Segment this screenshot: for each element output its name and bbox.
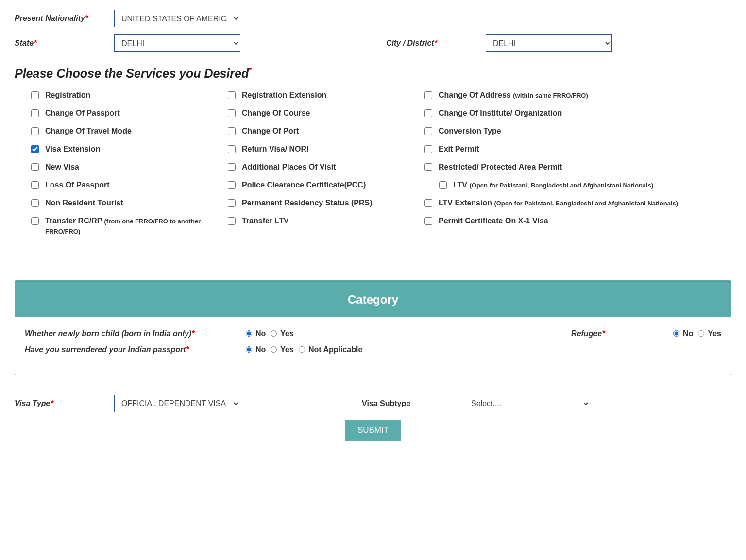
service-checkbox[interactable]: [424, 145, 432, 153]
service-label: Return Visa/ NORI: [242, 144, 309, 154]
submit-button[interactable]: SUBMIT: [345, 420, 401, 441]
city-group: City / District* DELHI: [386, 34, 612, 52]
service-item: Permit Certificate On X-1 Visa: [423, 216, 731, 237]
service-item: LTV (Open for Pakistani, Bangladeshi and…: [437, 180, 731, 190]
service-checkbox[interactable]: [31, 181, 39, 189]
service-label: Visa Extension: [45, 144, 101, 154]
service-label: Change Of Course: [242, 108, 310, 119]
service-item: Permanent Residency Status (PRS): [226, 198, 423, 208]
visa-type-label: Visa Type*: [15, 399, 114, 408]
service-label: Change Of Passport: [45, 108, 120, 119]
service-item: Restricted/ Protected Area Permit: [423, 162, 731, 172]
category-panel: Category Whether newly born child (born …: [15, 280, 731, 375]
visa-row: Visa Type* OFFICIAL DEPENDENT VISA Visa …: [15, 395, 731, 412]
city-select[interactable]: DELHI: [486, 34, 612, 52]
service-item: Return Visa/ NORI: [226, 144, 423, 154]
service-item: Police Clearance Certificate(PCC): [226, 180, 423, 190]
service-item: Non Resident Tourist: [29, 198, 226, 208]
service-item: Change Of Travel Mode: [29, 126, 226, 136]
service-item: Additional Places Of Visit: [226, 162, 423, 172]
surrendered-label: Have you surrendered your Indian passpor…: [25, 345, 246, 354]
refugee-block: Refugee* No Yes: [571, 329, 721, 338]
nationality-select[interactable]: UNITED STATES OF AMERICA: [114, 10, 240, 27]
service-checkbox[interactable]: [31, 127, 39, 135]
service-note: (from one FRRO/FRO to another FRRO/FRO): [45, 218, 201, 235]
service-checkbox[interactable]: [228, 127, 236, 135]
service-item: LTV Extension (Open for Pakistani, Bangl…: [423, 198, 731, 208]
refugee-yes-radio[interactable]: [698, 330, 704, 337]
newborn-no-radio[interactable]: [246, 330, 252, 337]
city-label: City / District*: [386, 39, 486, 48]
service-note: (Open for Pakistani, Bangladeshi and Afg…: [469, 182, 653, 189]
service-label: Exit Permit: [439, 144, 479, 154]
service-checkbox[interactable]: [424, 91, 432, 99]
service-checkbox[interactable]: [31, 91, 39, 99]
service-checkbox[interactable]: [439, 181, 447, 189]
service-label: Change Of Institute/ Organization: [439, 108, 562, 119]
service-checkbox[interactable]: [228, 181, 236, 189]
service-label: Change Of Travel Mode: [45, 126, 132, 136]
service-label: Restricted/ Protected Area Permit: [439, 162, 562, 172]
services-grid: Registration Registration Extension Chan…: [15, 90, 731, 237]
surrendered-yes-radio[interactable]: [271, 346, 277, 353]
service-checkbox[interactable]: [424, 127, 432, 135]
service-item: Loss Of Passport: [29, 180, 226, 190]
category-body: Whether newly born child (born in India …: [15, 317, 731, 375]
service-item: Registration: [29, 90, 226, 101]
service-checkbox[interactable]: [228, 217, 236, 225]
service-label: New Visa: [45, 162, 79, 172]
service-checkbox[interactable]: [424, 199, 432, 207]
service-checkbox[interactable]: [228, 145, 236, 153]
surrendered-no-radio[interactable]: [246, 346, 252, 353]
service-label: Police Clearance Certificate(PCC): [242, 180, 366, 190]
service-item: New Visa: [29, 162, 226, 172]
service-checkbox[interactable]: [424, 163, 432, 171]
service-checkbox[interactable]: [424, 217, 432, 225]
service-label: LTV Extension (Open for Pakistani, Bangl…: [439, 198, 678, 208]
newborn-options: No Yes: [246, 329, 294, 338]
newborn-row: Whether newly born child (born in India …: [25, 329, 721, 338]
service-item: Conversion Type: [423, 126, 731, 136]
refugee-options: No Yes: [673, 329, 721, 338]
visa-subtype-select[interactable]: Select....: [464, 395, 590, 412]
state-select[interactable]: DELHI: [114, 34, 240, 52]
service-checkbox[interactable]: [31, 199, 39, 207]
service-checkbox[interactable]: [228, 163, 236, 171]
service-checkbox[interactable]: [31, 145, 39, 153]
services-header: Please Choose the Services you Desired*: [15, 67, 731, 81]
service-item: Change Of Port: [226, 126, 423, 136]
service-label: Registration: [45, 90, 90, 101]
service-label: Change Of Port: [242, 126, 299, 136]
service-checkbox[interactable]: [228, 199, 236, 207]
category-header: Category: [15, 281, 731, 317]
nationality-label: Present Nationality*: [15, 14, 114, 23]
service-label: Transfer LTV: [242, 216, 289, 226]
service-item: Change Of Institute/ Organization: [423, 108, 731, 119]
service-item: Change Of Course: [226, 108, 423, 119]
service-label: Additional Places Of Visit: [242, 162, 336, 172]
service-checkbox[interactable]: [424, 109, 432, 117]
service-checkbox[interactable]: [228, 109, 236, 117]
surrendered-options: No Yes Not Applicable: [246, 345, 362, 354]
service-label: Permit Certificate On X-1 Visa: [439, 216, 548, 226]
surrendered-na-radio[interactable]: [299, 346, 305, 353]
refugee-no-radio[interactable]: [673, 330, 679, 337]
surrendered-row: Have you surrendered your Indian passpor…: [25, 345, 721, 354]
service-item: Transfer RC/RP (from one FRRO/FRO to ano…: [29, 216, 226, 237]
nationality-row: Present Nationality* UNITED STATES OF AM…: [15, 10, 731, 27]
service-item: Change Of Passport: [29, 108, 226, 119]
newborn-yes-radio[interactable]: [271, 330, 277, 337]
service-item: Change Of Address (within same FRRO/FRO): [423, 90, 731, 101]
service-label: Non Resident Tourist: [45, 198, 123, 208]
service-checkbox[interactable]: [228, 91, 236, 99]
service-checkbox[interactable]: [31, 163, 39, 171]
service-checkbox[interactable]: [31, 109, 39, 117]
service-item: Transfer LTV: [226, 216, 423, 237]
visa-subtype-label: Visa Subtype: [362, 399, 464, 408]
service-checkbox[interactable]: [31, 217, 39, 225]
service-item: Registration Extension: [226, 90, 423, 101]
service-label: Loss Of Passport: [45, 180, 109, 190]
visa-type-select[interactable]: OFFICIAL DEPENDENT VISA: [114, 395, 240, 412]
service-note: (within same FRRO/FRO): [513, 92, 588, 99]
state-city-row: State* DELHI City / District* DELHI: [15, 34, 731, 52]
